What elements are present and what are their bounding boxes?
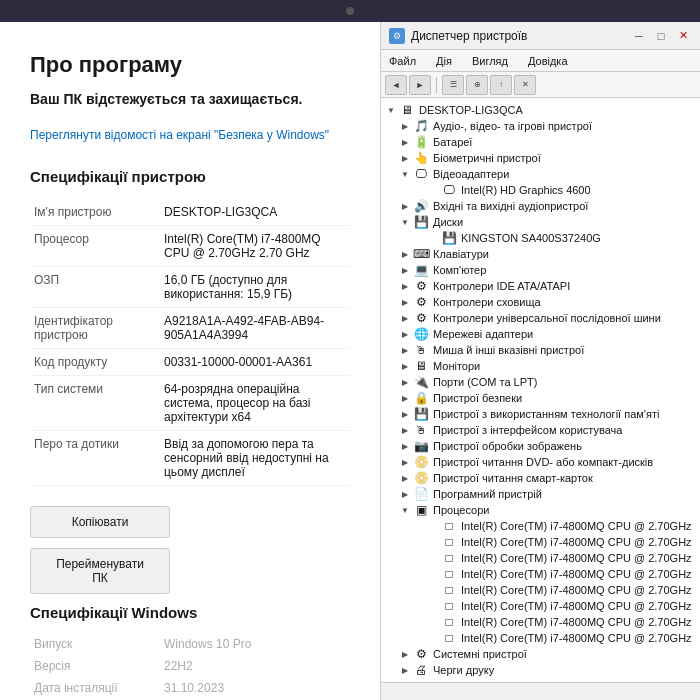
- category-icon: 🔊: [413, 199, 429, 213]
- expand-arrow: ▶: [399, 152, 411, 164]
- security-link[interactable]: Переглянути відомості на екрані "Безпека…: [30, 126, 350, 144]
- win-spec-label: Випуск: [30, 633, 160, 655]
- tree-category-item[interactable]: ▶ 💾 Пристрої з використанням технології …: [381, 406, 700, 422]
- category-icon: 💾: [413, 215, 429, 229]
- tree-category-item[interactable]: ▼ 💾 Диски: [381, 214, 700, 230]
- back-button[interactable]: ◄: [385, 75, 407, 95]
- tree-category-item[interactable]: ▶ 📀 Пристрої читання смарт-карток: [381, 470, 700, 486]
- tree-device-item[interactable]: □ Intel(R) Core(TM) i7-4800MQ CPU @ 2.70…: [381, 534, 700, 550]
- win-spec-row: Дата інсталяції31.10.2023: [30, 677, 350, 699]
- rename-button[interactable]: Перейменувати ПК: [30, 548, 170, 594]
- device-manager-panel: ⚙ Диспетчер пристроїв ─ □ ✕ Файл Дія Виг…: [380, 22, 700, 700]
- tree-device-item[interactable]: □ Intel(R) Core(TM) i7-4800MQ CPU @ 2.70…: [381, 582, 700, 598]
- expand-arrow: ▶: [399, 200, 411, 212]
- tree-item-label: Контролери IDE ATA/ATAPI: [433, 280, 570, 292]
- tree-category-item[interactable]: ▶ 🔒 Пристрої безпеки: [381, 390, 700, 406]
- tree-category-item[interactable]: ▶ 📷 Пристрої обробки зображень: [381, 438, 700, 454]
- expand-arrow: ▶: [399, 424, 411, 436]
- tree-item-label: Програмний пристрій: [433, 488, 542, 500]
- category-icon: 🖱: [413, 423, 429, 437]
- tree-item-label: Мережеві адаптери: [433, 328, 533, 340]
- page-title: Про програму: [30, 52, 350, 78]
- spec-row: Ім'я пристроюDESKTOP-LIG3QCA: [30, 199, 350, 226]
- tree-category-item[interactable]: ▼ ▣ Процесори: [381, 502, 700, 518]
- tree-category-item[interactable]: ▶ 📄 Програмний пристрій: [381, 486, 700, 502]
- tree-category-item[interactable]: ▶ 🖱 Пристрої з інтерфейсом користувача: [381, 422, 700, 438]
- tree-device-item[interactable]: □ Intel(R) Core(TM) i7-4800MQ CPU @ 2.70…: [381, 614, 700, 630]
- uninstall-button[interactable]: ✕: [514, 75, 536, 95]
- tree-device-item[interactable]: □ Intel(R) Core(TM) i7-4800MQ CPU @ 2.70…: [381, 630, 700, 646]
- menu-help[interactable]: Довідка: [524, 53, 572, 69]
- category-icon: 📷: [413, 439, 429, 453]
- expand-arrow: ▼: [399, 504, 411, 516]
- tree-device-item[interactable]: 💾 KINGSTON SA400S37240G: [381, 230, 700, 246]
- forward-button[interactable]: ►: [409, 75, 431, 95]
- category-icon: ▣: [413, 503, 429, 517]
- tree-item-label: Пристрої обробки зображень: [433, 440, 582, 452]
- menu-action[interactable]: Дія: [432, 53, 456, 69]
- dm-toolbar: ◄ ► ☰ ⊕ ↑ ✕: [381, 72, 700, 98]
- tree-device-item[interactable]: □ Intel(R) Core(TM) i7-4800MQ CPU @ 2.70…: [381, 550, 700, 566]
- spec-label: ОЗП: [30, 266, 160, 307]
- main-area: Про програму Ваш ПК відстежується та зах…: [0, 22, 700, 700]
- tree-item-label: Intel(R) HD Graphics 4600: [461, 184, 591, 196]
- tree-category-item[interactable]: ▶ ⌨ Клавіатури: [381, 246, 700, 262]
- scan-button[interactable]: ⊕: [466, 75, 488, 95]
- category-icon: 🎵: [413, 119, 429, 133]
- category-icon: □: [441, 615, 457, 629]
- category-icon: □: [441, 567, 457, 581]
- tree-category-item[interactable]: ▶ 🔊 Вхідні та вихідні аудіопристрої: [381, 198, 700, 214]
- tree-category-item[interactable]: ▶ 🖥 Монітори: [381, 358, 700, 374]
- minimize-button[interactable]: ─: [630, 27, 648, 45]
- copy-button[interactable]: Копіювати: [30, 506, 170, 538]
- expand-arrow: [427, 552, 439, 564]
- tree-category-item[interactable]: ▶ 🔌 Порти (COM та LPT): [381, 374, 700, 390]
- tree-device-item[interactable]: □ Intel(R) Core(TM) i7-4800MQ CPU @ 2.70…: [381, 566, 700, 582]
- menu-view[interactable]: Вигляд: [468, 53, 512, 69]
- tree-item-label: Миша й інші вказівні пристрої: [433, 344, 584, 356]
- category-icon: 🔋: [413, 135, 429, 149]
- tree-category-item[interactable]: ▶ 🖨 Черги друку: [381, 662, 700, 678]
- expand-arrow: [427, 568, 439, 580]
- dm-tree[interactable]: ▼ 🖥 DESKTOP-LIG3QCA ▶ 🎵 Аудіо-, відео- т…: [381, 98, 700, 682]
- tree-category-item[interactable]: ▶ ⚙ Контролери універсальної послідовної…: [381, 310, 700, 326]
- tree-category-item[interactable]: ▶ 🎵 Аудіо-, відео- та ігрові пристрої: [381, 118, 700, 134]
- tree-category-item[interactable]: ▶ 📀 Пристрої читання DVD- або компакт-ди…: [381, 454, 700, 470]
- tree-item-label: Intel(R) Core(TM) i7-4800MQ CPU @ 2.70GH…: [461, 552, 692, 564]
- spec-label: Код продукту: [30, 348, 160, 375]
- tree-device-item[interactable]: □ Intel(R) Core(TM) i7-4800MQ CPU @ 2.70…: [381, 598, 700, 614]
- expand-arrow: [427, 520, 439, 532]
- tree-category-item[interactable]: ▶ ⚙ Системні пристрої: [381, 646, 700, 662]
- tree-item-label: Пристрої читання смарт-карток: [433, 472, 593, 484]
- tree-category-item[interactable]: ▶ 🌐 Мережеві адаптери: [381, 326, 700, 342]
- win-spec-label: Версія: [30, 655, 160, 677]
- maximize-button[interactable]: □: [652, 27, 670, 45]
- expand-arrow: ▶: [399, 408, 411, 420]
- category-icon: 🌐: [413, 327, 429, 341]
- spec-label: Процесор: [30, 225, 160, 266]
- left-panel: Про програму Ваш ПК відстежується та зах…: [0, 22, 380, 700]
- tree-category-item[interactable]: ▶ 🔋 Батареї: [381, 134, 700, 150]
- tree-category-item[interactable]: ▼ 🖵 Відеоадаптери: [381, 166, 700, 182]
- tree-category-item[interactable]: ▶ ⚙ Контролери сховища: [381, 294, 700, 310]
- properties-button[interactable]: ☰: [442, 75, 464, 95]
- tree-category-item[interactable]: ▶ 💻 Комп'ютер: [381, 262, 700, 278]
- tree-item-label: Intel(R) Core(TM) i7-4800MQ CPU @ 2.70GH…: [461, 536, 692, 548]
- tree-item-label: Порти (COM та LPT): [433, 376, 537, 388]
- category-icon: 🖱: [413, 343, 429, 357]
- tree-item-label: Контролери сховища: [433, 296, 541, 308]
- tree-category-item[interactable]: ▶ 🖱 Миша й інші вказівні пристрої: [381, 342, 700, 358]
- tree-category-item[interactable]: ▶ 👆 Біометричні пристрої: [381, 150, 700, 166]
- tree-category-item[interactable]: ▶ ⚙ Контролери IDE ATA/ATAPI: [381, 278, 700, 294]
- update-button[interactable]: ↑: [490, 75, 512, 95]
- close-button[interactable]: ✕: [674, 27, 692, 45]
- tree-device-item[interactable]: □ Intel(R) Core(TM) i7-4800MQ CPU @ 2.70…: [381, 518, 700, 534]
- menu-file[interactable]: Файл: [385, 53, 420, 69]
- tree-device-item[interactable]: 🖵 Intel(R) HD Graphics 4600: [381, 182, 700, 198]
- tree-item-label: Контролери універсальної послідовної шин…: [433, 312, 661, 324]
- tree-item-label: Диски: [433, 216, 463, 228]
- tree-item-label: Пристрої читання DVD- або компакт-дисків: [433, 456, 653, 468]
- tree-root[interactable]: ▼ 🖥 DESKTOP-LIG3QCA: [381, 102, 700, 118]
- spec-label: Тип системи: [30, 375, 160, 430]
- spec-row: Тип системи64-розрядна операційна систем…: [30, 375, 350, 430]
